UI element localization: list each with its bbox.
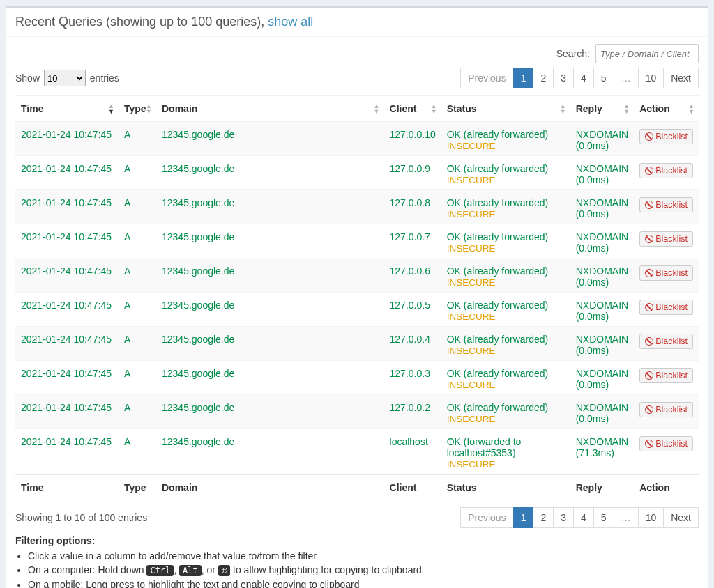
cell-time[interactable]: 2021-01-24 10:47:45 xyxy=(21,402,112,413)
sort-icon: ▲▼ xyxy=(146,103,152,114)
cell-time[interactable]: 2021-01-24 10:47:45 xyxy=(21,334,112,345)
cell-reply[interactable]: NXDOMAIN (0.0ms) xyxy=(576,265,628,288)
kbd-alt: Alt xyxy=(179,565,202,576)
cell-time[interactable]: 2021-01-24 10:47:45 xyxy=(21,265,112,277)
cell-domain[interactable]: 12345.google.de xyxy=(162,231,234,242)
cell-type[interactable]: A xyxy=(124,163,130,174)
th-domain[interactable]: Domain▲▼ xyxy=(156,96,384,122)
cell-type[interactable]: A xyxy=(124,402,130,413)
sort-icon: ▲▼ xyxy=(623,103,630,114)
table-row: 2021-01-24 10:47:45A12345.google.de127.0… xyxy=(15,327,699,361)
cell-domain[interactable]: 12345.google.de xyxy=(162,436,234,447)
cell-domain[interactable]: 12345.google.de xyxy=(162,197,234,208)
cell-client[interactable]: localhost xyxy=(390,436,428,447)
page-5[interactable]: 5 xyxy=(593,507,614,528)
page-prev[interactable]: Previous xyxy=(460,507,513,528)
cell-client[interactable]: 127.0.0.2 xyxy=(390,402,430,413)
page-1[interactable]: 1 xyxy=(513,507,534,528)
ban-icon xyxy=(645,440,653,448)
cell-time[interactable]: 2021-01-24 10:47:45 xyxy=(21,129,112,140)
page-10[interactable]: 10 xyxy=(638,507,664,528)
cell-domain[interactable]: 12345.google.de xyxy=(162,334,234,345)
page-3[interactable]: 3 xyxy=(553,507,574,528)
tf-action: Action xyxy=(634,474,699,500)
show-all-link[interactable]: show all xyxy=(268,15,313,29)
page-2[interactable]: 2 xyxy=(533,507,554,528)
blacklist-button[interactable]: Blacklist xyxy=(639,300,693,315)
cell-time[interactable]: 2021-01-24 10:47:45 xyxy=(21,300,112,311)
search-label: Search: xyxy=(556,48,590,59)
table-row: 2021-01-24 10:47:45A12345.google.de127.0… xyxy=(15,224,699,258)
cell-reply[interactable]: NXDOMAIN (71.3ms) xyxy=(576,436,628,458)
cell-client[interactable]: 127.0.0.6 xyxy=(390,265,430,277)
page-3[interactable]: 3 xyxy=(553,68,574,88)
cell-insecure: INSECURE xyxy=(447,459,496,470)
page-4[interactable]: 4 xyxy=(573,68,594,88)
cell-reply[interactable]: NXDOMAIN (0.0ms) xyxy=(576,334,628,356)
page-4[interactable]: 4 xyxy=(573,507,594,528)
cell-reply[interactable]: NXDOMAIN (0.0ms) xyxy=(576,231,628,254)
filter-section: Filtering options: Click a value in a co… xyxy=(6,531,708,588)
cell-type[interactable]: A xyxy=(124,231,130,242)
cell-reply[interactable]: NXDOMAIN (0.0ms) xyxy=(576,129,628,151)
cell-client[interactable]: 127.0.0.7 xyxy=(390,231,430,242)
cell-client[interactable]: 127.0.0.5 xyxy=(390,300,430,311)
cell-reply[interactable]: NXDOMAIN (0.0ms) xyxy=(576,368,628,390)
cell-insecure: INSECURE xyxy=(447,380,496,390)
blacklist-button[interactable]: Blacklist xyxy=(639,402,693,417)
page-prev[interactable]: Previous xyxy=(460,68,513,88)
table-row: 2021-01-24 10:47:45A12345.google.de127.0… xyxy=(15,258,699,293)
cell-type[interactable]: A xyxy=(124,265,130,277)
blacklist-button[interactable]: Blacklist xyxy=(639,265,693,281)
blacklist-button[interactable]: Blacklist xyxy=(639,197,693,212)
cell-time[interactable]: 2021-01-24 10:47:45 xyxy=(21,436,112,447)
cell-type[interactable]: A xyxy=(124,300,130,311)
cell-type[interactable]: A xyxy=(124,368,130,379)
cell-reply[interactable]: NXDOMAIN (0.0ms) xyxy=(576,197,628,219)
cell-domain[interactable]: 12345.google.de xyxy=(162,368,234,379)
cell-time[interactable]: 2021-01-24 10:47:45 xyxy=(21,231,112,242)
ban-icon xyxy=(645,235,653,243)
page-next[interactable]: Next xyxy=(663,68,699,88)
cell-type[interactable]: A xyxy=(124,436,130,447)
page-ellipsis: … xyxy=(614,68,639,88)
cell-domain[interactable]: 12345.google.de xyxy=(162,300,234,311)
blacklist-button[interactable]: Blacklist xyxy=(639,368,693,383)
cell-domain[interactable]: 12345.google.de xyxy=(162,402,234,413)
page-1[interactable]: 1 xyxy=(513,68,534,88)
cell-time[interactable]: 2021-01-24 10:47:45 xyxy=(21,368,112,379)
cell-type[interactable]: A xyxy=(124,334,130,345)
cell-time[interactable]: 2021-01-24 10:47:45 xyxy=(21,197,112,208)
blacklist-button[interactable]: Blacklist xyxy=(639,334,693,349)
page-next[interactable]: Next xyxy=(663,507,699,528)
blacklist-button[interactable]: Blacklist xyxy=(639,436,693,451)
page-5[interactable]: 5 xyxy=(593,68,614,88)
entries-select[interactable]: 10 xyxy=(44,70,86,86)
blacklist-button[interactable]: Blacklist xyxy=(639,231,693,247)
cell-insecure: INSECURE xyxy=(447,346,496,356)
cell-type[interactable]: A xyxy=(124,129,130,140)
cell-time[interactable]: 2021-01-24 10:47:45 xyxy=(21,163,112,174)
th-status[interactable]: Status▲▼ xyxy=(441,96,570,122)
cell-domain[interactable]: 12345.google.de xyxy=(162,265,234,277)
cell-reply[interactable]: NXDOMAIN (0.0ms) xyxy=(576,402,628,424)
cell-client[interactable]: 127.0.0.8 xyxy=(390,197,430,208)
th-client[interactable]: Client▲▼ xyxy=(384,96,441,122)
cell-type[interactable]: A xyxy=(124,197,130,208)
cell-client[interactable]: 127.0.0.10 xyxy=(390,129,436,140)
cell-reply[interactable]: NXDOMAIN (0.0ms) xyxy=(576,163,628,185)
search-input[interactable] xyxy=(595,44,699,63)
th-type[interactable]: Type▲▼ xyxy=(119,96,156,122)
blacklist-button[interactable]: Blacklist xyxy=(639,129,693,144)
cell-domain[interactable]: 12345.google.de xyxy=(162,163,234,174)
page-10[interactable]: 10 xyxy=(638,68,664,88)
th-reply[interactable]: Reply▲▼ xyxy=(570,96,634,122)
page-2[interactable]: 2 xyxy=(533,68,554,88)
blacklist-button[interactable]: Blacklist xyxy=(639,163,693,178)
cell-client[interactable]: 127.0.0.3 xyxy=(390,368,430,379)
cell-reply[interactable]: NXDOMAIN (0.0ms) xyxy=(576,300,628,322)
cell-client[interactable]: 127.0.0.9 xyxy=(390,163,430,174)
th-time[interactable]: Time▲▼ xyxy=(15,96,119,122)
cell-domain[interactable]: 12345.google.de xyxy=(162,129,234,140)
cell-client[interactable]: 127.0.0.4 xyxy=(390,334,430,345)
